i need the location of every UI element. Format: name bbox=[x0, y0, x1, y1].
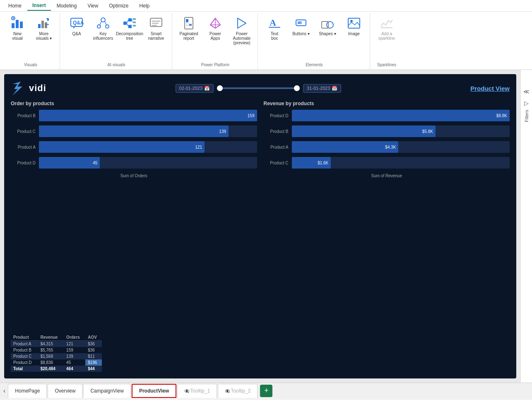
filter-triangle-icon: ▷ bbox=[524, 100, 529, 106]
right-chart-section: Revenue by products Product D $8.8K Prod bbox=[264, 101, 510, 329]
add-tab-button[interactable]: + bbox=[260, 385, 272, 397]
tab-scroll-left[interactable]: ‹ bbox=[3, 387, 5, 395]
table-row-total: Total $20,484 464 $44 bbox=[11, 366, 102, 372]
cell-orders-c: 139 bbox=[64, 353, 85, 359]
add-sparkline-button[interactable]: Add a sparkline bbox=[374, 15, 399, 48]
more-visuals-label: Morevisuals ▾ bbox=[36, 31, 52, 41]
sparkline-label: Add a sparkline bbox=[378, 31, 395, 41]
collapse-button[interactable]: ≪ bbox=[522, 87, 531, 96]
nav-help[interactable]: Help bbox=[135, 1, 155, 10]
svg-text:Q&A: Q&A bbox=[73, 20, 84, 26]
paginated-report-button[interactable]: Paginated report bbox=[176, 15, 201, 48]
rev-bar-value-c: $1.6K bbox=[318, 161, 328, 165]
rev-bar-fill-a: $4.3K bbox=[292, 141, 399, 153]
svg-rect-23 bbox=[133, 25, 136, 27]
svg-rect-22 bbox=[133, 22, 136, 23]
right-chart-title: Revenue by products bbox=[264, 101, 510, 106]
date-end-text: 31-01-2023 bbox=[307, 86, 330, 91]
left-bar-chart: Product B 159 Product C 139 bbox=[11, 110, 257, 169]
power-automate-button[interactable]: Power Automate (preview) bbox=[229, 15, 254, 48]
decomp-icon bbox=[123, 17, 136, 30]
tab-overview[interactable]: Overview bbox=[48, 384, 82, 398]
elements-label: Elements bbox=[306, 63, 323, 68]
slider-track[interactable] bbox=[217, 87, 300, 89]
nav-insert[interactable]: Insert bbox=[27, 1, 51, 11]
key-influencers-button[interactable]: Key influencers bbox=[91, 15, 116, 48]
slider-thumb-left[interactable] bbox=[217, 85, 223, 91]
smart-narrative-button[interactable]: Smart narrative bbox=[144, 15, 169, 48]
tab-tooltip1[interactable]: 👁‍🗨 Tooltip_1 bbox=[177, 384, 217, 398]
smart-narrative-label: Smart narrative bbox=[148, 31, 164, 41]
top-nav: Home Insert Modeling View Optimize Help bbox=[0, 0, 532, 12]
date-start-pill[interactable]: 02-01-2023 📅 bbox=[176, 84, 214, 93]
power-platform-label: Power Platform bbox=[201, 63, 229, 68]
tab-homepage[interactable]: HomePage bbox=[8, 384, 47, 398]
slider-thumb-right[interactable] bbox=[294, 85, 300, 91]
product-view-link[interactable]: Product View bbox=[470, 85, 510, 92]
tab-tooltip1-label: Tooltip_1 bbox=[190, 388, 210, 394]
svg-rect-1 bbox=[16, 20, 19, 28]
svg-marker-39 bbox=[238, 18, 246, 28]
date-end-pill[interactable]: 31-01-2023 📅 bbox=[303, 84, 341, 93]
bar-fill-c: 139 bbox=[39, 125, 229, 137]
rev-bar-fill-c: $1.6K bbox=[292, 157, 331, 169]
filters-label[interactable]: Filters bbox=[522, 106, 531, 125]
power-automate-label: Power Automate (preview) bbox=[232, 31, 252, 45]
cell-revenue-d: $8,836 bbox=[38, 359, 64, 366]
canvas-area: vidi 02-01-2023 📅 31-01-2023 bbox=[0, 70, 520, 383]
power-apps-button[interactable]: Power Apps bbox=[203, 15, 228, 48]
tab-campaignview[interactable]: CampaignView bbox=[83, 384, 131, 398]
date-end-icon: 📅 bbox=[332, 86, 337, 91]
text-box-button[interactable]: A Text box bbox=[262, 15, 287, 48]
svg-line-27 bbox=[132, 20, 133, 22]
more-visuals-button[interactable]: Morevisuals ▾ bbox=[31, 15, 56, 48]
bar-container-a: 121 bbox=[39, 141, 257, 153]
dash-controls: 02-01-2023 📅 31-01-2023 📅 bbox=[176, 84, 342, 93]
smart-icon bbox=[149, 17, 163, 30]
bar-value-c: 139 bbox=[219, 129, 226, 134]
col-orders: Orders bbox=[64, 334, 85, 341]
nav-view[interactable]: View bbox=[82, 1, 103, 10]
new-visual-button[interactable]: New visual bbox=[5, 15, 30, 48]
left-chart-section: Order by products Product B 159 Product bbox=[11, 101, 257, 329]
qa-button[interactable]: Q&A Q&A bbox=[64, 15, 89, 48]
shapes-label: Shapes ▾ bbox=[319, 31, 336, 36]
vidi-logo-icon bbox=[11, 81, 26, 96]
ai-visuals-label: AI visuals bbox=[108, 63, 125, 68]
svg-rect-50 bbox=[381, 27, 392, 28]
bar-row-b: Product B 159 bbox=[11, 110, 257, 121]
right-bar-chart: Product D $8.8K Product B $5 bbox=[264, 110, 510, 169]
rev-bar-value-a: $4.3K bbox=[385, 145, 396, 149]
more-visuals-icon bbox=[37, 17, 51, 30]
tab-overview-label: Overview bbox=[55, 388, 75, 394]
buttons-button[interactable]: OK Buttons ▾ bbox=[289, 15, 313, 48]
svg-line-17 bbox=[105, 22, 106, 25]
qa-label: Q&A bbox=[72, 31, 81, 36]
tab-productview-label: ProductView bbox=[139, 388, 169, 394]
rev-bar-container-c: $1.6K bbox=[292, 157, 510, 169]
bar-label-b: Product B bbox=[11, 113, 36, 118]
tab-productview[interactable]: ProductView bbox=[132, 384, 176, 398]
nav-optimize[interactable]: Optimize bbox=[104, 1, 133, 10]
bar-label-a: Product A bbox=[11, 145, 36, 149]
image-label: Image bbox=[348, 31, 360, 36]
date-start-text: 02-01-2023 bbox=[179, 86, 202, 91]
shapes-button[interactable]: Shapes ▾ bbox=[315, 15, 340, 48]
dash-header: vidi 02-01-2023 📅 31-01-2023 bbox=[11, 81, 510, 96]
decomposition-tree-button[interactable]: Decomposition tree bbox=[117, 15, 142, 48]
table-row-d: Product D $8,836 45 $196 bbox=[11, 359, 102, 366]
nav-modeling[interactable]: Modeling bbox=[52, 1, 82, 10]
rev-bar-container-a: $4.3K bbox=[292, 141, 510, 153]
decomp-label: Decomposition tree bbox=[116, 31, 143, 41]
svg-rect-34 bbox=[189, 24, 192, 26]
apps-icon bbox=[209, 17, 222, 30]
dashboard: vidi 02-01-2023 📅 31-01-2023 bbox=[4, 74, 516, 378]
nav-home[interactable]: Home bbox=[3, 1, 26, 10]
bar-value-d: 45 bbox=[93, 161, 97, 165]
ribbon-group-ai: Q&A Q&A Key inf bbox=[61, 13, 172, 70]
svg-marker-51 bbox=[12, 82, 22, 96]
left-chart-xlabel: Sum of Orders bbox=[11, 173, 257, 178]
image-button[interactable]: Image bbox=[342, 15, 366, 48]
bar-container-b: 159 bbox=[39, 110, 257, 121]
tab-tooltip2[interactable]: 👁‍🗨 Tooltip_2 bbox=[218, 384, 258, 398]
